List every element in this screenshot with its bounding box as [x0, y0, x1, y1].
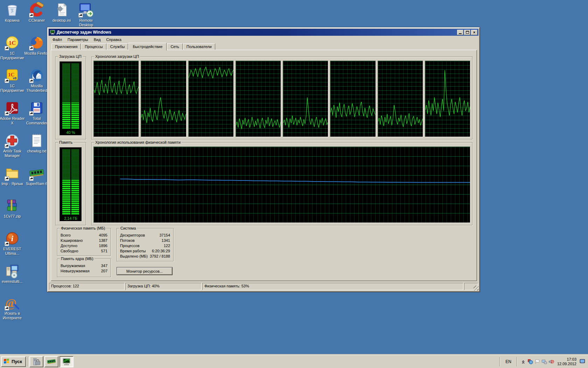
tray-divider [517, 357, 517, 366]
start-button[interactable]: Пуск [1, 356, 26, 367]
memory-gauge: 2,14 ГБ [59, 147, 82, 222]
tab-processes[interactable]: Процессы [81, 43, 106, 50]
tab-services[interactable]: Службы [107, 43, 128, 50]
led-column [62, 63, 70, 129]
menu-item-file[interactable]: Файл [50, 37, 65, 42]
everest-ultimate-icon: i [5, 231, 20, 246]
desktop-icon-label: 1С Предприятие [0, 51, 24, 60]
desktop-icon-label: everestulti... [2, 279, 22, 284]
tab-applications[interactable]: Приложения [51, 43, 81, 50]
stat-label: Выгружаемая [61, 263, 85, 268]
cpu-load-value: 40 % [60, 130, 82, 135]
stat-label: Процессов [120, 243, 140, 248]
desktop-icon-tmp-shortcut[interactable]: tmp - Ярлык [0, 165, 26, 186]
tab-network[interactable]: Сеть [167, 43, 182, 50]
stat-value: 3792 / 8188 [150, 254, 170, 259]
desktop-icon-label: CCleaner [29, 18, 45, 23]
desktop-icon-1c-enterprise-v8[interactable]: 1Сv81С Предприятие [0, 68, 26, 93]
desktop-icon-label: chewlog.txt [27, 149, 46, 154]
language-indicator[interactable]: EN [503, 359, 513, 365]
desktop-icon-anvir-task-manager[interactable]: AnVir Task Manager [0, 133, 26, 158]
physical-memory-group: Физическая память (МБ) Всего4095Кэширова… [57, 228, 111, 256]
tray-flag-icon[interactable] [534, 359, 540, 364]
titlebar[interactable]: Диспетчер задач Windows × [49, 29, 478, 36]
stat-value: 207 [101, 268, 107, 274]
performance-tab-page: Загрузка ЦП 40 % Хронология загрузки ЦП … [51, 50, 477, 281]
ccleaner-icon [29, 2, 44, 18]
desktop-icon-label: EVEREST Ultima... [3, 247, 21, 256]
stat-row: Невыгружаемая207 [58, 268, 110, 274]
desktop-icon-label: AnVir Task Manager [3, 149, 21, 158]
desktop-icon-1c-enterprise[interactable]: 1С1С Предприятие [0, 35, 26, 60]
shortcut-arrow-icon [5, 144, 9, 148]
taskbar-button-task-manager[interactable] [59, 356, 74, 367]
desktop-icon-label: desktop.ini [52, 18, 71, 23]
clock[interactable]: 17:03 12.09.2012 [556, 357, 578, 366]
menu-item-help[interactable]: Справка [104, 37, 124, 42]
stat-value: 122 [164, 243, 170, 248]
desktop-icon-mozilla-thunderbird[interactable]: Mozilla Thunderbird [23, 68, 50, 93]
desktop-icon-superram-6[interactable]: SuperRam 6 [23, 165, 50, 186]
stat-label: Дескрипторов [120, 233, 145, 238]
physical-memory-group-label: Физическая память (МБ) [60, 226, 106, 230]
desktop-icon-1cv77-zip[interactable]: 1Cv77.zip [0, 198, 26, 219]
shortcut-arrow-icon [78, 13, 83, 18]
everest-installer-icon [5, 263, 20, 279]
stat-label: Всего [61, 233, 71, 238]
1cv77-zip-icon [5, 198, 20, 213]
cpu-load-group: Загрузка ЦП 40 % [55, 56, 86, 139]
desktop-icon-adobe-reader-x[interactable]: Adobe Reader X [0, 100, 26, 125]
desktop-icon-everest-installer[interactable]: everestulti... [0, 263, 26, 284]
maximize-button[interactable] [464, 30, 470, 35]
cpu-history-group-label: Хронология загрузки ЦП [94, 54, 140, 59]
mozilla-thunderbird-icon [29, 68, 44, 83]
desktop-icon-label: Корзина [5, 18, 20, 23]
minimize-button[interactable] [457, 30, 463, 35]
memory-history-chart [93, 146, 470, 223]
desktop-icon-label: Adobe Reader X [0, 116, 24, 125]
desktop-icon-label: Total Commander [26, 116, 48, 125]
desktop-icon-label: Искать в Интернете [3, 311, 22, 320]
status-bar: Процессов: 122Загрузка ЦП: 40%Физическая… [49, 283, 478, 290]
led-column [71, 149, 79, 214]
desktop-icon-total-commander[interactable]: Total Commander [23, 100, 50, 125]
tray-volume-muted-icon[interactable] [548, 359, 554, 364]
desktop-icon-chewlog-txt[interactable]: chewlog.txt [23, 133, 50, 154]
resource-monitor-button[interactable]: Монитор ресурсов... [117, 267, 173, 275]
show-desktop-icon[interactable] [580, 359, 586, 365]
desktop-icon-search-internet[interactable]: @Искать в Интернете [0, 295, 26, 320]
taskbar-button-system-tools[interactable] [29, 356, 43, 367]
desktop-icon-remote-desktop[interactable]: Remote Desktop [73, 2, 99, 27]
mozilla-firefox-icon [29, 35, 44, 50]
tray-collapse-chevron-icon[interactable] [520, 359, 526, 364]
desktop-icon-recycle-bin[interactable]: Корзина [0, 2, 26, 23]
tray-network-connection-icon[interactable] [541, 359, 547, 364]
close-button[interactable]: × [471, 30, 477, 35]
tab-users[interactable]: Пользователи [183, 43, 215, 50]
stat-row: Выделено (МБ)3792 / 8188 [117, 254, 173, 259]
recycle-bin-icon [5, 2, 20, 18]
memory-value: 2,14 ГБ [60, 216, 82, 220]
desktop-icon-label: 1Cv77.zip [4, 214, 21, 219]
resize-grip[interactable] [474, 286, 478, 291]
taskbar-button-superram[interactable] [44, 356, 58, 367]
menu-item-view[interactable]: Вид [91, 37, 104, 42]
stat-value: 37154 [159, 233, 170, 238]
tray-network-globe-icon[interactable] [527, 359, 533, 364]
window-title: Диспетчер задач Windows [57, 30, 457, 35]
menu-item-options[interactable]: Параметры [65, 37, 91, 42]
desktop-icon-everest-ultimate[interactable]: iEVEREST Ultima... [0, 231, 26, 256]
desktop-icon-mozilla-firefox[interactable]: Mozilla Firefox [23, 35, 50, 56]
memory-history-group-label: Хронология использования физической памя… [94, 140, 182, 144]
shortcut-arrow-icon [29, 111, 34, 116]
stat-label: Кэшировано [61, 238, 83, 243]
adobe-reader-x-icon [5, 100, 20, 116]
stat-label: Доступно [61, 243, 77, 248]
tab-performance[interactable]: Быстродействие [128, 43, 167, 50]
stat-row: Свободно571 [58, 248, 110, 254]
desktop-icon-desktop-ini[interactable]: desktop.ini [48, 2, 75, 23]
desktop-icon-ccleaner[interactable]: CCleaner [23, 2, 50, 23]
stat-value: 1896 [99, 243, 107, 248]
shortcut-arrow-icon [5, 111, 9, 116]
task-manager-icon [50, 29, 55, 35]
